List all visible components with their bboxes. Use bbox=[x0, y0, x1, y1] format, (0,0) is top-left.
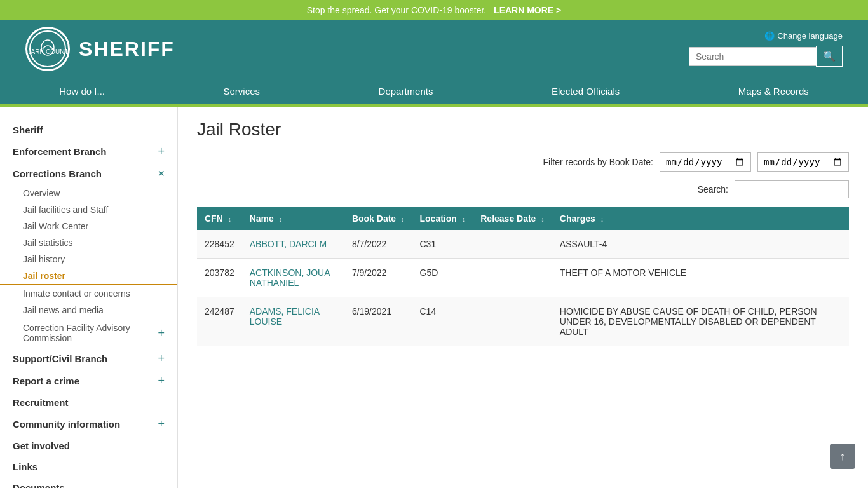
inmate-name-link[interactable]: ACTKINSON, JOUA NATHANIEL bbox=[250, 268, 330, 288]
sidebar-sub-jail-facilities[interactable]: Jail facilities and Staff bbox=[0, 201, 177, 218]
nav-departments[interactable]: Departments bbox=[360, 78, 452, 104]
inmate-name-link[interactable]: ABBOTT, DARCI M bbox=[250, 239, 327, 249]
cell-release-date bbox=[473, 230, 552, 259]
release-date-sort-icon: ↕ bbox=[541, 215, 545, 223]
cell-location: G5D bbox=[412, 259, 473, 297]
report-crime-label: Report a crime bbox=[13, 376, 79, 386]
filter-date-to[interactable] bbox=[757, 152, 849, 172]
col-book-date[interactable]: Book Date ↕ bbox=[344, 207, 412, 230]
cfn-sort-icon: ↕ bbox=[228, 215, 232, 223]
cell-charges: ASSAULT-4 bbox=[552, 230, 849, 259]
roster-table: CFN ↕ Name ↕ Book Date ↕ Location ↕ bbox=[197, 207, 849, 346]
corrections-branch-collapse-icon[interactable]: × bbox=[158, 167, 165, 180]
sidebar-sub-overview[interactable]: Overview bbox=[0, 185, 177, 201]
header-search-button[interactable]: 🔍 bbox=[816, 46, 843, 67]
covid-banner: Stop the spread. Get your COVID-19 boost… bbox=[0, 0, 868, 20]
change-language[interactable]: 🌐 Change language bbox=[764, 31, 843, 41]
sidebar-item-report-crime[interactable]: Report a crime + bbox=[0, 370, 177, 392]
cell-cfn: 228452 bbox=[197, 230, 242, 259]
cell-release-date bbox=[473, 297, 552, 346]
col-name[interactable]: Name ↕ bbox=[242, 207, 344, 230]
sidebar-sub-jail-roster[interactable]: Jail roster bbox=[0, 268, 177, 285]
cell-release-date bbox=[473, 259, 552, 297]
sidebar-sub-jail-work-center[interactable]: Jail Work Center bbox=[0, 218, 177, 234]
layout: Sheriff Enforcement Branch + Corrections… bbox=[0, 107, 868, 488]
sidebar-item-recruitment[interactable]: Recruitment bbox=[0, 392, 177, 413]
table-header-row: CFN ↕ Name ↕ Book Date ↕ Location ↕ bbox=[197, 207, 849, 230]
cell-name: ACTKINSON, JOUA NATHANIEL bbox=[242, 259, 344, 297]
page-title: Jail Roster bbox=[197, 119, 849, 140]
table-row: 242487 ADAMS, FELICIA LOUISE 6/19/2021 C… bbox=[197, 297, 849, 346]
nav-services[interactable]: Services bbox=[205, 78, 280, 104]
col-release-date[interactable]: Release Date ↕ bbox=[473, 207, 552, 230]
location-sort-icon: ↕ bbox=[462, 215, 466, 223]
svg-text:CLARK COUNTY: CLARK COUNTY bbox=[29, 48, 67, 55]
cell-book-date: 6/19/2021 bbox=[344, 297, 412, 346]
table-search-input[interactable] bbox=[735, 180, 849, 198]
covid-text: Stop the spread. Get your COVID-19 boost… bbox=[307, 5, 486, 15]
filter-label: Filter records by Book Date: bbox=[543, 157, 653, 167]
book-date-sort-icon: ↕ bbox=[401, 215, 405, 223]
enforcement-branch-expand-icon[interactable]: + bbox=[158, 145, 165, 158]
cell-location: C14 bbox=[412, 297, 473, 346]
sidebar-item-sheriff[interactable]: Sheriff bbox=[0, 119, 177, 140]
community-info-label: Community information bbox=[13, 419, 120, 430]
cell-location: C31 bbox=[412, 230, 473, 259]
sidebar-item-corrections-branch[interactable]: Corrections Branch × bbox=[0, 163, 177, 185]
cell-charges: HOMICIDE BY ABUSE CAUSE OF DEATH OF CHIL… bbox=[552, 297, 849, 346]
filter-date-from[interactable] bbox=[660, 152, 751, 172]
main-content: Jail Roster Filter records by Book Date:… bbox=[178, 107, 868, 488]
sidebar: Sheriff Enforcement Branch + Corrections… bbox=[0, 107, 178, 488]
table-row: 228452 ABBOTT, DARCI M 8/7/2022 C31 ASSA… bbox=[197, 230, 849, 259]
logo-circle: CLARK COUNTY bbox=[25, 27, 70, 71]
corrections-branch-label: Corrections Branch bbox=[13, 168, 102, 179]
sidebar-sub-inmate-contact[interactable]: Inmate contact or concerns bbox=[0, 285, 177, 302]
sidebar-item-get-involved[interactable]: Get involved bbox=[0, 435, 177, 456]
sheriff-title: SHERIFF bbox=[79, 37, 175, 61]
change-language-label: Change language bbox=[777, 31, 843, 41]
col-location[interactable]: Location ↕ bbox=[412, 207, 473, 230]
sidebar-item-support-civil[interactable]: Support/Civil Branch + bbox=[0, 348, 177, 370]
report-crime-expand-icon[interactable]: + bbox=[158, 374, 165, 388]
name-sort-icon: ↕ bbox=[279, 215, 283, 223]
header-right: 🌐 Change language 🔍 bbox=[689, 31, 843, 67]
cell-book-date: 8/7/2022 bbox=[344, 230, 412, 259]
cfac-label: Correction Facility Advisory Commission bbox=[13, 323, 158, 343]
sidebar-sub-jail-news[interactable]: Jail news and media bbox=[0, 302, 177, 318]
search-row: Search: bbox=[197, 180, 849, 198]
sidebar-item-documents[interactable]: Documents bbox=[0, 477, 177, 488]
cell-name: ABBOTT, DARCI M bbox=[242, 230, 344, 259]
cell-book-date: 7/9/2022 bbox=[344, 259, 412, 297]
col-charges[interactable]: Charges ↕ bbox=[552, 207, 849, 230]
scroll-top-button[interactable]: ↑ bbox=[830, 444, 855, 469]
charges-sort-icon: ↕ bbox=[600, 215, 604, 223]
community-info-expand-icon[interactable]: + bbox=[158, 417, 165, 431]
sidebar-item-enforcement-branch[interactable]: Enforcement Branch + bbox=[0, 140, 177, 163]
sidebar-sub-jail-history[interactable]: Jail history bbox=[0, 251, 177, 268]
cell-cfn: 242487 bbox=[197, 297, 242, 346]
header-search-input[interactable] bbox=[689, 47, 816, 66]
filter-row: Filter records by Book Date: bbox=[197, 152, 849, 172]
covid-learn-more-link[interactable]: LEARN MORE > bbox=[494, 5, 561, 15]
nav-maps-records[interactable]: Maps & Records bbox=[719, 78, 828, 104]
header-left: CLARK COUNTY SHERIFF bbox=[25, 27, 175, 71]
cell-name: ADAMS, FELICIA LOUISE bbox=[242, 297, 344, 346]
nav-elected-officials[interactable]: Elected Officials bbox=[532, 78, 639, 104]
cell-cfn: 203782 bbox=[197, 259, 242, 297]
support-civil-label: Support/Civil Branch bbox=[13, 353, 107, 364]
inmate-name-link[interactable]: ADAMS, FELICIA LOUISE bbox=[250, 306, 320, 327]
sidebar-sub-jail-statistics[interactable]: Jail statistics bbox=[0, 234, 177, 251]
sidebar-item-links[interactable]: Links bbox=[0, 456, 177, 477]
sidebar-item-community-info[interactable]: Community information + bbox=[0, 413, 177, 435]
enforcement-branch-label: Enforcement Branch bbox=[13, 146, 107, 157]
globe-icon: 🌐 bbox=[764, 31, 775, 41]
sidebar-sub-cfac[interactable]: Correction Facility Advisory Commission … bbox=[0, 318, 177, 348]
main-nav: How do I... Services Departments Elected… bbox=[0, 78, 868, 104]
cell-charges: THEFT OF A MOTOR VEHICLE bbox=[552, 259, 849, 297]
search-label: Search: bbox=[698, 184, 728, 194]
support-civil-expand-icon[interactable]: + bbox=[158, 352, 165, 365]
header-search-bar: 🔍 bbox=[689, 46, 843, 67]
cfac-expand-icon[interactable]: + bbox=[158, 327, 165, 340]
col-cfn[interactable]: CFN ↕ bbox=[197, 207, 242, 230]
nav-how-do-i[interactable]: How do I... bbox=[40, 78, 124, 104]
